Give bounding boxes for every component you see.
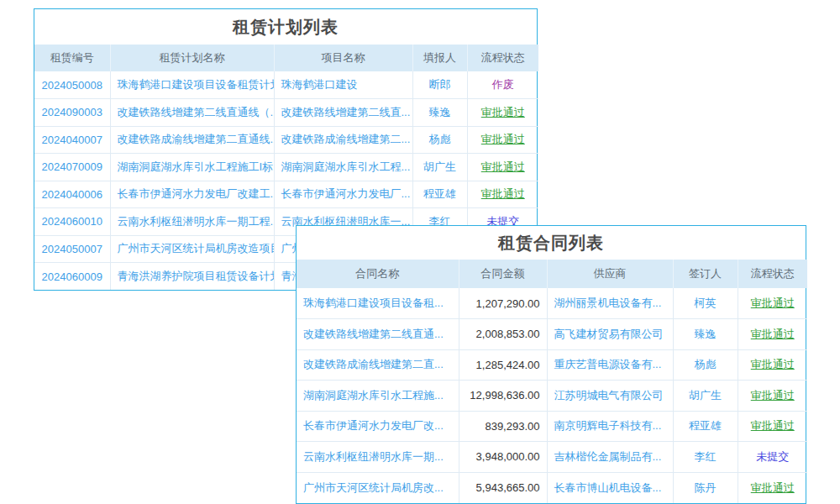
table-row: 广州市天河区统计局机房改...5,943,665.00长春市博山机电设备...陈… <box>297 472 807 503</box>
column-header-contract-name: 合同名称 <box>297 260 459 288</box>
plan-name-cell[interactable]: 改建铁路线增建第二线直通线（... <box>118 106 275 118</box>
lease-id-cell[interactable]: 2024040006 <box>42 188 102 201</box>
table-row: 2024050008珠海鹤港口建设项目设备租赁计划珠海鹤港口建设断郎作废 <box>34 71 538 99</box>
process-status-cell[interactable]: 审批通过 <box>481 133 525 145</box>
filler-cell[interactable]: 程亚雄 <box>423 187 456 200</box>
lease-contract-list-panel: 租赁合同列表 合同名称合同金额供应商签订人流程状态 珠海鹤港口建设项目设备租..… <box>296 225 806 504</box>
contract-name-cell[interactable]: 湖南洞庭湖水库引水工程施... <box>303 389 444 402</box>
table-row: 2024040007改建铁路成渝线增建第二直通线...改建铁路成渝线增建第二..… <box>34 126 538 154</box>
contract-name-cell[interactable]: 珠海鹤港口建设项目设备租... <box>303 297 444 309</box>
table-row: 湖南洞庭湖水库引水工程施...12,998,636.00江苏明城电气有限公司胡广… <box>297 381 807 412</box>
plan-name-cell[interactable]: 改建铁路成渝线增建第二直通线... <box>118 133 275 145</box>
contract-name-cell[interactable]: 长春市伊通河水力发电厂改... <box>303 419 444 432</box>
project-name-cell[interactable]: 改建铁路线增建第二线直... <box>281 106 411 118</box>
column-header-lease-id: 租赁编号 <box>34 45 110 71</box>
column-header-plan-name: 租赁计划名称 <box>110 45 274 71</box>
column-header-supplier: 供应商 <box>547 260 673 288</box>
process-status-cell[interactable]: 审批通过 <box>751 297 795 309</box>
contract-name-cell[interactable]: 改建铁路线增建第二线直通... <box>303 328 444 340</box>
column-header-process-status: 流程状态 <box>738 260 807 288</box>
table-row: 云南水利枢纽潜明水库一期...3,948,000.00吉林楷伦金属制品有...李… <box>297 442 807 473</box>
table-row: 改建铁路线增建第二线直通...2,008,853.00高飞建材贸易有限公司臻逸审… <box>297 319 807 350</box>
signer-cell[interactable]: 程亚雄 <box>689 419 722 432</box>
table-row: 2024070009湖南洞庭湖水库引水工程施工I标...湖南洞庭湖水库引水工程.… <box>34 154 538 181</box>
process-status-cell[interactable]: 审批通过 <box>751 481 795 494</box>
signer-cell[interactable]: 臻逸 <box>695 328 717 340</box>
process-status-cell[interactable]: 作废 <box>492 78 514 91</box>
supplier-cell[interactable]: 长春市博山机电设备... <box>554 481 662 494</box>
lease-contract-header-row: 合同名称合同金额供应商签订人流程状态 <box>297 260 807 288</box>
table-row: 2024040006长春市伊通河水力发电厂改建工...长春市伊通河水力发电厂..… <box>34 181 538 208</box>
lease-id-cell[interactable]: 2024060010 <box>42 215 102 228</box>
project-name-cell[interactable]: 长春市伊通河水力发电厂... <box>281 187 411 200</box>
filler-cell[interactable]: 臻逸 <box>429 106 451 118</box>
signer-cell[interactable]: 李红 <box>695 450 717 463</box>
supplier-cell[interactable]: 高飞建材贸易有限公司 <box>554 328 664 340</box>
process-status-cell[interactable]: 审批通过 <box>481 106 525 118</box>
filler-cell[interactable]: 断郎 <box>429 78 451 91</box>
table-row: 珠海鹤港口建设项目设备租...1,207,290.00湖州丽景机电设备有...柯… <box>297 288 807 319</box>
contract-name-cell[interactable]: 云南水利枢纽潜明水库一期... <box>303 450 444 463</box>
plan-name-cell[interactable]: 广州市天河区统计局机房改造项目 <box>118 242 275 255</box>
process-status-cell[interactable]: 审批通过 <box>481 187 525 200</box>
column-header-filler: 填报人 <box>412 45 467 71</box>
contract-amount-cell: 839,293.00 <box>485 420 539 433</box>
project-name-cell[interactable]: 珠海鹤港口建设 <box>281 78 358 91</box>
contract-amount-cell: 1,285,424.00 <box>476 359 540 371</box>
signer-cell[interactable]: 陈丹 <box>695 481 717 494</box>
lease-id-cell[interactable]: 2024070009 <box>42 160 102 173</box>
contract-amount-cell: 1,207,290.00 <box>476 297 540 310</box>
contract-amount-cell: 12,998,636.00 <box>470 389 539 402</box>
table-row: 2024090003改建铁路线增建第二线直通线（...改建铁路线增建第二线直..… <box>34 99 538 127</box>
process-status-cell[interactable]: 审批通过 <box>751 389 795 402</box>
process-status-cell[interactable]: 未提交 <box>756 450 789 463</box>
signer-cell[interactable]: 柯英 <box>695 297 717 309</box>
supplier-cell[interactable]: 重庆艺普电源设备有... <box>554 358 662 370</box>
supplier-cell[interactable]: 湖州丽景机电设备有... <box>554 297 662 309</box>
contract-amount-cell: 5,943,665.00 <box>476 481 540 494</box>
process-status-cell[interactable]: 审批通过 <box>481 160 525 173</box>
contract-name-cell[interactable]: 广州市天河区统计局机房改... <box>303 481 444 494</box>
project-name-cell[interactable]: 湖南洞庭湖水库引水工程... <box>281 160 411 173</box>
filler-cell[interactable]: 杨彪 <box>429 133 451 145</box>
plan-name-cell[interactable]: 云南水利枢纽潜明水库一期工程... <box>118 215 275 228</box>
supplier-cell[interactable]: 吉林楷伦金属制品有... <box>554 450 662 463</box>
lease-id-cell[interactable]: 2024060009 <box>42 270 102 283</box>
lease-plan-panel-title: 租赁计划列表 <box>34 9 537 45</box>
lease-contract-table: 合同名称合同金额供应商签订人流程状态 珠海鹤港口建设项目设备租...1,207,… <box>297 260 807 503</box>
column-header-signer: 签订人 <box>673 260 738 288</box>
plan-name-cell[interactable]: 湖南洞庭湖水库引水工程施工I标... <box>118 160 275 173</box>
lease-contract-panel-title: 租赁合同列表 <box>297 226 806 260</box>
contract-name-cell[interactable]: 改建铁路成渝线增建第二直... <box>303 358 444 370</box>
plan-name-cell[interactable]: 青海洪湖养护院项目租赁设备计划 <box>118 270 275 282</box>
lease-plan-header-row: 租赁编号租赁计划名称项目名称填报人流程状态 <box>34 45 538 71</box>
column-header-process-status: 流程状态 <box>467 45 538 71</box>
column-header-project-name: 项目名称 <box>274 45 412 71</box>
supplier-cell[interactable]: 江苏明城电气有限公司 <box>554 389 664 402</box>
process-status-cell[interactable]: 审批通过 <box>751 358 795 370</box>
supplier-cell[interactable]: 南京明辉电子科技有... <box>554 419 662 432</box>
table-row: 长春市伊通河水力发电厂改...839,293.00南京明辉电子科技有...程亚雄… <box>297 411 807 442</box>
filler-cell[interactable]: 胡广生 <box>423 160 456 173</box>
column-header-contract-amount: 合同金额 <box>459 260 547 288</box>
lease-id-cell[interactable]: 2024050007 <box>42 243 102 255</box>
process-status-cell[interactable]: 审批通过 <box>751 419 795 432</box>
lease-id-cell[interactable]: 2024090003 <box>42 106 102 118</box>
signer-cell[interactable]: 杨彪 <box>695 358 717 370</box>
lease-id-cell[interactable]: 2024040007 <box>42 134 102 146</box>
plan-name-cell[interactable]: 长春市伊通河水力发电厂改建工... <box>118 187 275 200</box>
lease-id-cell[interactable]: 2024050008 <box>42 79 102 92</box>
signer-cell[interactable]: 胡广生 <box>689 389 722 402</box>
plan-name-cell[interactable]: 珠海鹤港口建设项目设备租赁计划 <box>118 78 275 91</box>
contract-amount-cell: 3,948,000.00 <box>476 450 540 463</box>
project-name-cell[interactable]: 改建铁路成渝线增建第二... <box>281 133 411 145</box>
process-status-cell[interactable]: 审批通过 <box>751 328 795 340</box>
table-row: 改建铁路成渝线增建第二直...1,285,424.00重庆艺普电源设备有...杨… <box>297 349 807 381</box>
contract-amount-cell: 2,008,853.00 <box>476 328 540 340</box>
